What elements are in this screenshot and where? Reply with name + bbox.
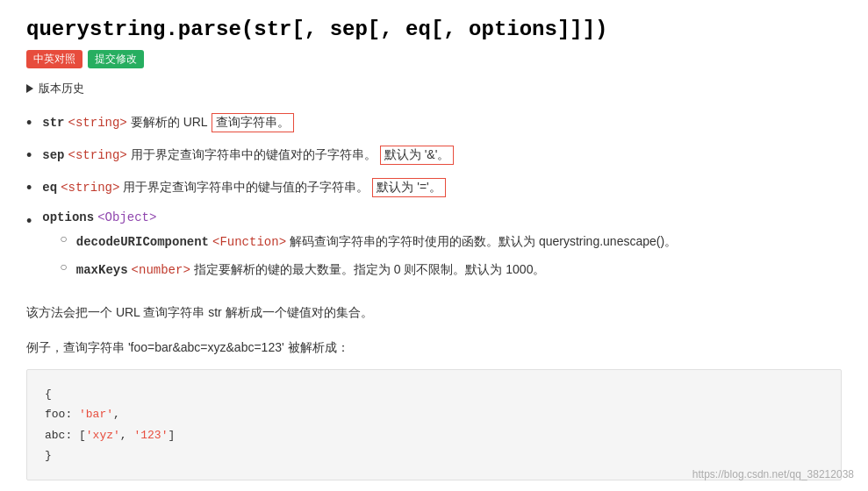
param-str-desc-pre: 要解析的 URL (131, 112, 208, 132)
param-options-name: options (42, 210, 94, 224)
sub-decode-name: decodeURIComponent (76, 235, 209, 249)
sub-maxkeys-desc: 指定要解析的键的最大数量。指定为 0 则不限制。默认为 1000。 (194, 260, 546, 279)
param-eq-desc-pre: 用于界定查询字符串中的键与值的子字符串。 (123, 177, 369, 196)
code-abc-close: ] (168, 429, 175, 442)
sub-maxkeys-name: maxKeys (76, 263, 128, 277)
sub-bullet-maxkeys: ○ (60, 260, 67, 274)
version-history[interactable]: 版本历史 (26, 81, 842, 96)
expand-icon (26, 84, 33, 93)
param-str-type: <string> (68, 116, 127, 130)
param-str: • str <string> 要解析的 URL 查询字符串。 (26, 112, 842, 134)
code-foo-comma: , (113, 408, 120, 421)
param-options-row: options <Object> (42, 210, 677, 224)
sub-item-decodeURIComponent: ○ decodeURIComponent <Function> 解码查询字符串的… (60, 231, 677, 251)
param-sep-name: sep (42, 148, 64, 162)
param-eq-content: eq <string> 用于界定查询字符串中的键与值的子字符串。 默认为 '='… (42, 177, 445, 197)
cn-en-button[interactable]: 中英对照 (26, 50, 82, 68)
params-list: • str <string> 要解析的 URL 查询字符串。 • sep <st… (26, 112, 842, 288)
version-history-label: 版本历史 (39, 81, 84, 96)
bullet-eq: • (26, 177, 32, 199)
code-abc-val1: 'xyz' (86, 429, 120, 442)
param-options-content: options <Object> ○ decodeURIComponent <F… (42, 210, 677, 288)
sub-bullet-decode: ○ (60, 231, 67, 246)
param-eq-highlight: 默认为 '='。 (372, 178, 445, 197)
submit-button[interactable]: 提交修改 (88, 50, 144, 68)
sub-decode-desc: 解码查询字符串的字符时使用的函数。默认为 querystring.unescap… (290, 231, 677, 251)
options-sub-list: ○ decodeURIComponent <Function> 解码查询字符串的… (60, 231, 677, 280)
bullet-str: • (26, 112, 32, 134)
param-eq-name: eq (42, 181, 57, 195)
param-options-type: <Object> (97, 210, 156, 224)
param-sep-type: <string> (68, 148, 127, 162)
bullet-options: • (26, 210, 32, 232)
param-options: • options <Object> ○ decodeURIComponent … (26, 210, 842, 288)
param-eq: • eq <string> 用于界定查询字符串中的键与值的子字符串。 默认为 '… (26, 177, 842, 199)
code-line-abc: abc: ['xyz', '123'] (45, 425, 823, 445)
code-abc-key: abc: [ (45, 429, 86, 442)
code-foo-key: foo: (45, 408, 79, 421)
code-abc-val2: '123' (133, 429, 168, 442)
code-block: { foo: 'bar', abc: ['xyz', '123'] } (26, 369, 842, 481)
param-str-content: str <string> 要解析的 URL 查询字符串。 (42, 112, 293, 132)
code-abc-sep: , (120, 429, 134, 442)
param-sep: • sep <string> 用于界定查询字符串中的键值对的子字符串。 默认为 … (26, 145, 842, 167)
param-str-highlight: 查询字符串。 (212, 113, 294, 132)
page-title: querystring.parse(str[, sep[, eq[, optio… (26, 18, 842, 41)
sub-item-maxKeys: ○ maxKeys <number> 指定要解析的键的最大数量。指定为 0 则不… (60, 260, 677, 279)
param-sep-highlight: 默认为 '&'。 (380, 146, 455, 165)
watermark: https://blog.csdn.net/qq_38212038 (692, 468, 854, 480)
code-foo-val: 'bar' (79, 408, 113, 421)
bullet-sep: • (26, 145, 32, 167)
sub-decode-type: <Function> (212, 235, 286, 249)
param-eq-type: <string> (61, 181, 119, 195)
code-line-foo: foo: 'bar', (45, 404, 823, 424)
sub-maxkeys-content: maxKeys <number> 指定要解析的键的最大数量。指定为 0 则不限制… (76, 260, 546, 279)
sub-maxkeys-type: <number> (132, 263, 190, 277)
button-group: 中英对照 提交修改 (26, 50, 842, 68)
sub-decode-content: decodeURIComponent <Function> 解码查询字符串的字符… (76, 231, 677, 251)
method-description: 该方法会把一个 URL 查询字符串 str 解析成一个键值对的集合。 (26, 302, 842, 324)
example-intro: 例子，查询字符串 'foo=bar&abc=xyz&abc=123' 被解析成： (26, 337, 842, 359)
code-line-open: { (45, 384, 823, 404)
param-str-name: str (42, 116, 64, 130)
param-sep-content: sep <string> 用于界定查询字符串中的键值对的子字符串。 默认为 '&… (42, 145, 454, 165)
code-line-close: } (45, 445, 823, 466)
param-sep-desc-pre: 用于界定查询字符串中的键值对的子字符串。 (131, 145, 377, 164)
